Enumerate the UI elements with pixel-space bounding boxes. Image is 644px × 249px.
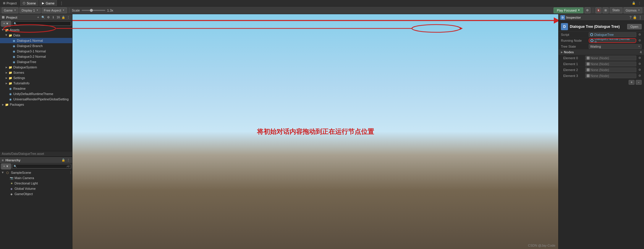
tree-item-dialogue1-normal[interactable]: ▶ ◉ Dialogue1 Normal [0, 38, 72, 43]
expand-arrow: ▶ [8, 44, 12, 48]
aspect-dropdown[interactable]: Free Aspect ▼ [42, 7, 67, 13]
asset-icon: ◉ [12, 49, 16, 53]
expand-arrow: ▶ [6, 187, 9, 190]
running-node-value[interactable]: Dialogue1 Normal (Normal N... [589, 38, 636, 43]
search-icon: 🔍 [14, 22, 17, 25]
more-icon[interactable]: ⋮ [69, 171, 72, 175]
tab-game[interactable]: ▶ Game [39, 0, 58, 6]
expand-arrow[interactable]: ▶ [5, 71, 8, 74]
hierarchy-icon: ≡ [2, 158, 4, 162]
filter-label: All [67, 165, 69, 168]
expand-arrow: ▶ [5, 87, 8, 90]
tree-item-dialogue-system[interactable]: ▶ 📁 DialogueSystem [0, 65, 72, 70]
search-icon[interactable]: 🔍 [41, 15, 45, 20]
project-panel-header: ⊞ Project + 🔍 ⚙ ℹ 16 🔒 ⋮ [0, 14, 72, 21]
hierarchy-tree: ▶ ⬡ SampleScene ⋮ ▶ 📷 Main Camera ▶ ☀ Di… [0, 169, 72, 249]
project-toolbar: + ▼ 🔍 [0, 21, 72, 27]
gameobject-icon: ◈ [9, 192, 14, 196]
tree-item-packages[interactable]: ▶ 📁 Packages [0, 102, 72, 107]
mute-icon[interactable]: 🔇 [596, 7, 601, 13]
settings-icon[interactable]: ⚙ [637, 33, 642, 37]
more-icon[interactable]: ⋮ [638, 15, 642, 20]
expand-arrow[interactable]: ▶ [5, 76, 8, 80]
expand-arrow: ▶ [6, 192, 9, 196]
grid-icon[interactable]: ⊞ [603, 7, 609, 13]
tree-item-gameobject[interactable]: ▶ ◈ GameObject [0, 191, 72, 197]
asset-icon: ◉ [12, 38, 16, 43]
tree-item-global-volume[interactable]: ▶ ◈ Global Volume [0, 186, 72, 191]
tree-item-data[interactable]: ▶ 📁 Data [0, 33, 72, 38]
element-2-value[interactable]: None (Node) [585, 68, 636, 72]
add-element-button[interactable]: + [629, 80, 635, 85]
chevron-down-icon: ▼ [638, 45, 640, 47]
settings-icon[interactable]: ⚙ [637, 56, 642, 60]
more-options-icon[interactable]: ⋮ [637, 1, 642, 5]
tree-item-tutorial-info[interactable]: ▶ 📁 TutorialInfo [0, 81, 72, 86]
chevron-down-icon: ▼ [638, 9, 640, 12]
tree-item-readme[interactable]: ▶ ◉ Readme [0, 86, 72, 91]
expand-arrow: ▶ [6, 181, 9, 185]
project-tree: ▶ 📁 Assets ▶ 📁 Data ▶ ◉ Dialogue1 Normal [0, 27, 72, 151]
tree-item-directional-light[interactable]: ▶ ☀ Directional Light [0, 181, 72, 186]
settings-icon[interactable]: ⚙ [637, 62, 642, 66]
remove-element-button[interactable]: - [636, 80, 642, 85]
settings-icon[interactable]: ⚙ [585, 7, 590, 13]
open-button[interactable]: Open [627, 24, 642, 29]
tree-item-settings[interactable]: ▶ 📁 Settings [0, 75, 72, 81]
stats-button[interactable]: Stats [610, 7, 622, 13]
settings-icon[interactable]: ⚙ [637, 38, 642, 43]
expand-arrow[interactable]: ▶ [1, 103, 5, 106]
tree-state-dropdown[interactable]: Waiting ▼ [589, 44, 642, 49]
lock-icon[interactable]: 🔒 [61, 158, 65, 162]
search-input[interactable] [18, 165, 66, 168]
tree-item-scenes[interactable]: ▶ 📁 Scenes [0, 70, 72, 75]
node-element-2: Element 2 None (Node) ⚙ [559, 67, 644, 73]
lock-icon[interactable]: 🔒 [633, 15, 637, 19]
nodes-section-header[interactable]: ▶ Nodes 4 [559, 49, 644, 55]
settings-icon[interactable]: ⚙ [637, 68, 642, 72]
lock-icon[interactable]: 🔒 [61, 15, 65, 20]
tabs-overflow-menu[interactable]: ⋮ [58, 1, 65, 6]
tree-item-dialogue-tree[interactable]: ▶ ◉ DialogueTree [0, 59, 72, 65]
expand-arrow[interactable]: ▶ [1, 171, 5, 174]
more-icon[interactable]: ⋮ [66, 158, 70, 162]
element-1-value[interactable]: None (Node) [585, 62, 636, 66]
tree-item-unity-theme[interactable]: ▶ ◉ UnityDefaultRuntimeTheme [0, 91, 72, 97]
tree-item-dialogue3-2-normal[interactable]: ▶ ◉ Dialogue3-2 Normal [0, 54, 72, 59]
tree-item-dialogue2-branch[interactable]: ▶ ◉ Dialogue2 Branch [0, 43, 72, 49]
settings-icon[interactable]: ⚙ [46, 15, 50, 20]
tree-item-assets[interactable]: ▶ 📁 Assets [0, 27, 72, 33]
tree-item-sample-scene[interactable]: ▶ ⬡ SampleScene ⋮ [0, 170, 72, 175]
expand-arrow[interactable]: ▶ [5, 33, 8, 37]
question-mark-icon[interactable]: ? [630, 15, 632, 20]
object-icon: D [561, 23, 568, 30]
scale-slider[interactable] [82, 10, 105, 11]
tree-item-urp-settings[interactable]: ▶ ◉ UniversalRenderPipelineGlobalSetting [0, 97, 72, 102]
search-input[interactable] [18, 22, 69, 25]
add-icon[interactable]: + [36, 15, 40, 20]
info-icon[interactable]: ℹ [51, 15, 55, 20]
expand-arrow: ▶ [5, 92, 8, 96]
expand-arrow[interactable]: ▶ [1, 28, 5, 32]
element-3-value[interactable]: None (Node) [585, 73, 636, 78]
play-focused-button[interactable]: Play Focused ▼ [554, 7, 583, 13]
expand-arrow[interactable]: ▶ [5, 65, 8, 69]
add-button[interactable]: + ▼ [1, 21, 11, 27]
gizmos-dropdown[interactable]: Gizmos ▼ [624, 7, 642, 13]
script-value[interactable]: DialogueTree [589, 32, 636, 37]
project-search[interactable]: 🔍 [12, 21, 71, 26]
tab-project[interactable]: ⊞ Project [0, 0, 20, 6]
expand-arrow[interactable]: ▶ [5, 81, 8, 85]
separator [593, 8, 593, 13]
game-dropdown[interactable]: Game ▼ [2, 7, 18, 13]
element-0-value[interactable]: None (Node) [585, 56, 636, 60]
tree-item-dialogue3-1-normal[interactable]: ▶ ◉ Dialogue3-1 Normal [0, 49, 72, 54]
display-dropdown[interactable]: Display 1 ▼ [20, 7, 41, 13]
tree-item-main-camera[interactable]: ▶ 📷 Main Camera [0, 175, 72, 181]
hierarchy-search[interactable]: 🔍 All [12, 164, 71, 168]
more-icon[interactable]: ⋮ [66, 15, 70, 20]
add-button[interactable]: + ▼ [1, 163, 11, 169]
tab-scene[interactable]: ⬡ Scene [20, 0, 39, 6]
settings-icon[interactable]: ⚙ [637, 74, 642, 78]
volume-icon: ◈ [9, 187, 14, 191]
